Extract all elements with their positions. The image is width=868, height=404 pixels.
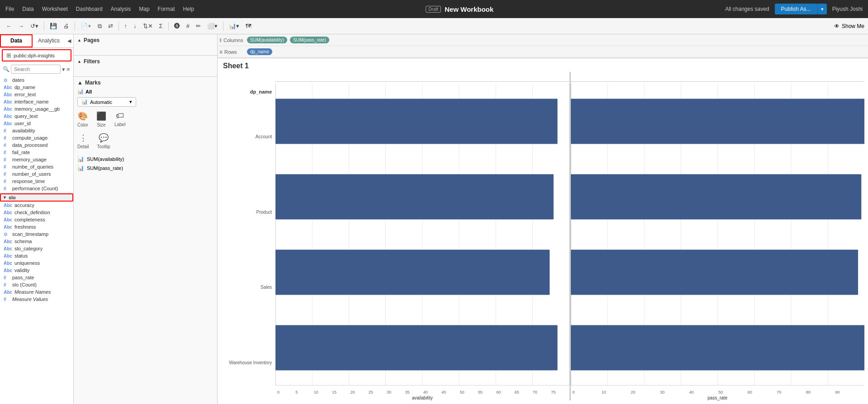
size-label: Size [97, 122, 105, 127]
tab-data[interactable]: Data [0, 34, 33, 47]
field-user_id[interactable]: Abc user_id [0, 120, 73, 127]
field-data_processed[interactable]: # data_processed [0, 141, 73, 149]
field-schema[interactable]: Abc schema [0, 238, 73, 245]
field-error_text[interactable]: Abc error_text [0, 91, 73, 98]
save-status: All changes saved [725, 6, 769, 12]
abc-icon: Abc [4, 268, 12, 273]
row-label-account: Account [221, 131, 272, 142]
field-query_text[interactable]: Abc query_text [0, 113, 73, 120]
sort-clear-button[interactable]: ⇅✕ [141, 21, 155, 31]
field-fail_rate[interactable]: # fail_rate [0, 149, 73, 156]
field-dp_name[interactable]: Abc dp_name [0, 84, 73, 91]
menu-dashboard[interactable]: Dashboard [76, 6, 103, 12]
chart-type-button[interactable]: 📊▾ [227, 21, 242, 31]
format-marks-button[interactable]: 🅐 [172, 21, 182, 31]
field-interface_name[interactable]: Abc interface_name [0, 98, 73, 105]
tooltip-button[interactable]: 💬 Tooltip [97, 133, 110, 149]
marks-label: Marks [85, 80, 101, 86]
redo-button[interactable]: → [16, 21, 26, 31]
marks-all-label: 📊 All [77, 89, 92, 94]
marks-field-pass_rate[interactable]: 📊 SUM(pass_rate) [77, 164, 213, 173]
collapse-left-panel[interactable]: ◀ [65, 34, 73, 47]
menu-help[interactable]: Help [183, 6, 194, 12]
columns-pill-pass_rate[interactable]: SUM(pass_rate) [290, 37, 329, 43]
menu-file[interactable]: File [5, 6, 14, 12]
tab-analytics[interactable]: Analytics [33, 34, 65, 47]
field-label: uniqueness [14, 260, 40, 266]
menu-worksheet[interactable]: Worksheet [42, 6, 68, 12]
color-button[interactable]: 🎨 Color [77, 111, 88, 127]
format-numbers-button[interactable]: # [184, 21, 192, 31]
marks-section: ▲ Marks 📊 All 📊 Automatic ▾ 🎨 Color [74, 77, 217, 404]
show-me-label[interactable]: Show Me [842, 23, 864, 29]
search-row: 🔍 ▾ ≡ [0, 63, 73, 75]
sort-asc-button[interactable]: ↑ [122, 21, 130, 31]
swap-rows-cols-button[interactable]: ⇄ [106, 21, 115, 31]
field-freshness[interactable]: Abc freshness [0, 223, 73, 230]
menu-data[interactable]: Data [22, 6, 33, 12]
field-validity[interactable]: Abc validity [0, 267, 73, 274]
field-uniqueness[interactable]: Abc uniqueness [0, 259, 73, 267]
sheet-title: Sheet 1 [218, 58, 868, 72]
rows-pill-dp_name[interactable]: dp_name [247, 48, 272, 55]
field-status[interactable]: Abc status [0, 252, 73, 259]
sort-fields-button[interactable]: ≡ [66, 66, 70, 73]
field-response_time[interactable]: # response_time [0, 178, 73, 185]
bar-chart-icon: 📊 [77, 89, 84, 94]
publish-dropdown-arrow[interactable]: ▾ [817, 4, 827, 14]
slo-section-header[interactable]: ▼ slo [0, 193, 73, 202]
marks-type-dropdown[interactable]: 📊 Automatic ▾ [77, 97, 136, 107]
new-sheet-button[interactable]: 📄+ [78, 21, 94, 31]
field-dates[interactable]: ⊙ dates [0, 76, 73, 84]
menu-format[interactable]: Format [158, 6, 175, 12]
field-numbe_of_queries[interactable]: # numbe_of_queries [0, 163, 73, 170]
size-button[interactable]: ⬛ Size [96, 111, 106, 127]
pages-dropzone[interactable] [77, 45, 213, 52]
field-label: query_text [14, 113, 38, 119]
field-scan_timestamp[interactable]: ⊙ scan_timestamp [0, 230, 73, 238]
menu-analysis[interactable]: Analysis [111, 6, 131, 12]
row-label-product: Product [221, 206, 272, 218]
save-button[interactable]: 💾 [47, 21, 59, 31]
search-input[interactable] [11, 65, 61, 74]
field-check_definition[interactable]: Abc check_definition [0, 209, 73, 216]
field-measure-names[interactable]: Abc Measure Names [0, 288, 73, 296]
field-memory_usage[interactable]: # memory_usage [0, 156, 73, 163]
field-performance-count[interactable]: # performance (Count) [0, 185, 73, 192]
field-accuracy[interactable]: Abc accuracy [0, 202, 73, 209]
field-number_of_users[interactable]: # number_of_users [0, 170, 73, 178]
field-slo_category[interactable]: Abc slo_category [0, 245, 73, 252]
abc-icon: Abc [4, 217, 12, 222]
field-availability[interactable]: # availability [0, 127, 73, 134]
data-source-row[interactable]: ⊞ public:dph-insights [2, 49, 71, 61]
print-button[interactable]: 🖨 [61, 21, 71, 31]
borders-button[interactable]: ⬜▾ [205, 21, 220, 31]
marks-field-availability[interactable]: 📊 SUM(availability) [77, 155, 213, 164]
menu-map[interactable]: Map [139, 6, 149, 12]
undo-button[interactable]: ← [4, 21, 14, 31]
field-slo-count[interactable]: # slo (Count) [0, 281, 73, 288]
edit-tooltip-button[interactable]: ✏ [194, 21, 203, 31]
filter-button[interactable]: ▾ [62, 66, 65, 73]
sort-desc-button[interactable]: ↓ [131, 21, 139, 31]
field-compute_usage[interactable]: # compute_usage [0, 134, 73, 141]
publish-as-button[interactable]: Publish As... [775, 4, 817, 14]
label-button[interactable]: 🏷 Label [114, 111, 125, 127]
filters-dropzone[interactable] [77, 66, 213, 74]
detail-button[interactable]: ⋮ Detail [77, 133, 89, 149]
globe-icon: ⊙ [4, 78, 10, 83]
svg-rect-27 [571, 174, 861, 219]
field-pass_rate[interactable]: # pass_rate [0, 274, 73, 281]
bar-icon-2: 📊 [77, 165, 84, 171]
duplicate-button[interactable]: ⧉ [95, 21, 104, 31]
columns-pill-availability[interactable]: SUM(availability) [247, 37, 287, 43]
field-memory_usage_gb[interactable]: Abc memory_usage__gb [0, 105, 73, 113]
slo-caret-icon: ▼ [3, 195, 7, 200]
field-completeness[interactable]: Abc completeness [0, 216, 73, 223]
map-button[interactable]: 🗺 [243, 21, 254, 31]
field-label: completeness [14, 217, 45, 222]
field-measure-values[interactable]: # Measure Values [0, 296, 73, 303]
aggregation-button[interactable]: Σ [157, 21, 165, 31]
redo-alt-button[interactable]: ↺▾ [28, 21, 41, 31]
field-label: user_id [14, 121, 31, 126]
